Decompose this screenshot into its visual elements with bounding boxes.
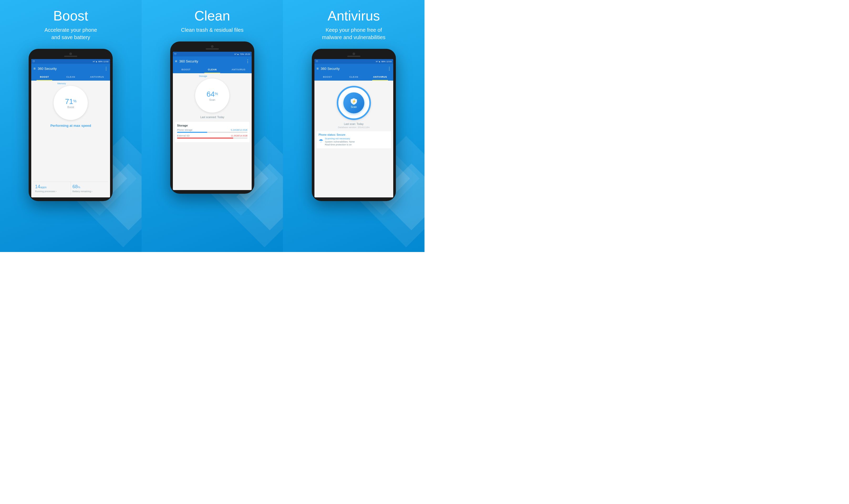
hamburger-icon-3[interactable]: ≡: [316, 67, 319, 71]
realtime-info: Real-time protection is on: [325, 143, 389, 146]
shield-status-icon-2: 🛡: [174, 53, 176, 55]
more-options-icon-2[interactable]: ⋮: [246, 59, 249, 64]
phone-speaker-3: [347, 56, 360, 57]
clean-circle: Storage: [195, 78, 229, 113]
running-label: Running processes ›: [35, 190, 69, 193]
antivirus-screen: 🛡 H⁺▲ 68% 12:03 ≡ 360 Security ⋮ BOOST C…: [314, 59, 393, 197]
clean-title: Clean: [194, 8, 230, 24]
shield-status-icon-3: 🛡: [316, 60, 318, 63]
phone-speaker-2: [206, 48, 219, 50]
tab-boost-3[interactable]: BOOST: [314, 73, 341, 80]
boost-phone: 🛡 H⁺▲ 68% 12:02 ≡ 360 Security ⋮ BOOST C…: [29, 49, 113, 201]
more-options-icon-3[interactable]: ⋮: [387, 66, 391, 71]
status-bar-3: 🛡 H⁺▲ 68% 12:03: [314, 59, 393, 64]
app-bar-2: ≡ 360 Security ⋮: [173, 56, 252, 66]
status-row: ☂ Scanning not necessary System vulnerab…: [319, 137, 389, 146]
phone-status-title: Phone status: Secure: [319, 133, 389, 136]
tab-boost[interactable]: BOOST: [31, 73, 57, 80]
external-storage-row: External SD 11.8GB/14.6GB: [177, 134, 247, 137]
shield-status-icon: 🛡: [33, 60, 35, 63]
svg-text:⚡: ⚡: [351, 99, 356, 104]
external-storage-bar: [177, 138, 247, 139]
scan-button-outer: ⚡ Scan: [337, 86, 371, 120]
phone-storage-item: Phone storage 5.24GB/12.0GB: [177, 129, 247, 133]
clean-sub-label: Scan: [209, 98, 215, 101]
boost-circle: Memory 71% Boost: [54, 86, 88, 120]
tabs-2: BOOST CLEAN ANTIVIRUS: [173, 66, 252, 73]
app-title: 360 Security: [38, 67, 102, 71]
tabs: BOOST CLEAN ANTIVIRUS: [31, 73, 110, 80]
clean-content: Storage: [173, 73, 252, 190]
boost-content: Memory 71% Boost Perform: [31, 80, 110, 197]
hamburger-icon[interactable]: ≡: [33, 67, 35, 71]
antivirus-content: ⚡ Scan Last scan: Today Database version…: [314, 80, 393, 197]
running-processes-stat[interactable]: 14apps Running processes ›: [33, 182, 71, 195]
clean-phone: 🛡 H⁺▲ 73% 15:23 ≡ 360 Security ⋮ BOOST C…: [170, 41, 254, 194]
external-storage-item: External SD 11.8GB/14.6GB: [177, 134, 247, 139]
antivirus-phone: 🛡 H⁺▲ 68% 12:03 ≡ 360 Security ⋮ BOOST C…: [312, 49, 396, 201]
status-bar: 🛡 H⁺▲ 68% 12:02: [31, 59, 110, 64]
phone-camera-3: [352, 53, 355, 55]
phone-storage-label: Phone storage: [177, 129, 193, 131]
tab-antivirus-2[interactable]: ANTIVIRUS: [225, 66, 252, 73]
boost-stats: 14apps Running processes › 68% Battery r…: [33, 182, 108, 195]
storage-title: Storage: [177, 124, 247, 127]
status-left-2: 🛡: [174, 53, 176, 55]
app-bar-3: ≡ 360 Security ⋮: [314, 64, 393, 73]
time-text: 12:02: [103, 60, 108, 63]
clean-panel: Clean Clean trash & residual files 🛡 H⁺▲…: [142, 0, 283, 252]
battery-text: 68%: [98, 60, 102, 63]
tab-clean-3[interactable]: CLEAN: [341, 73, 367, 80]
tab-boost-2[interactable]: BOOST: [173, 66, 199, 73]
status-right-3: H⁺▲ 68% 12:03: [376, 60, 392, 63]
tab-antivirus[interactable]: ANTIVIRUS: [84, 73, 110, 80]
external-storage-label: External SD: [177, 134, 190, 137]
signal-icon-3: H⁺▲: [376, 60, 381, 63]
db-version: Database version: 20141118A: [338, 126, 369, 129]
phone-status-section: Phone status: Secure ☂ Scanning not nece…: [316, 131, 391, 148]
memory-label: Memory: [57, 82, 66, 85]
clean-screen: 🛡 H⁺▲ 73% 15:23 ≡ 360 Security ⋮ BOOST C…: [173, 52, 252, 190]
battery-text-2: 73%: [240, 53, 244, 55]
phone-storage-bar: [177, 132, 247, 133]
boost-status: Performing at max speed: [50, 124, 91, 128]
battery-text-3: 68%: [381, 60, 386, 63]
battery-pct: 68%: [72, 184, 107, 190]
scan-label: Scan: [351, 106, 357, 108]
tab-antivirus-3[interactable]: ANTIVIRUS: [367, 73, 393, 80]
boost-subtitle: Accelerate your phoneand save battery: [45, 26, 97, 41]
last-scan: Last scan: Today: [344, 123, 364, 125]
boost-sub-label: Boost: [68, 106, 74, 109]
scan-button-container[interactable]: ⚡ Scan: [337, 86, 371, 120]
external-storage-value: 11.8GB/14.6GB: [231, 134, 247, 137]
tab-clean[interactable]: CLEAN: [57, 73, 84, 80]
status-details: Scanning not necessary System vulnerabil…: [325, 137, 389, 146]
vulnerabilities-info: System vulnerabilities: None: [325, 141, 389, 143]
shield-bolt-icon: ⚡: [350, 98, 358, 105]
app-bar: ≡ 360 Security ⋮: [31, 64, 110, 73]
antivirus-panel: Antivirus Keep your phone free ofmalware…: [283, 0, 424, 252]
battery-stat[interactable]: 68% Battery remaining ›: [71, 182, 108, 195]
signal-icon-2: H⁺▲: [234, 53, 239, 55]
clean-percentage: 64%: [206, 90, 218, 98]
antivirus-title: Antivirus: [328, 8, 380, 24]
tabs-3: BOOST CLEAN ANTIVIRUS: [314, 73, 393, 80]
status-bar-2: 🛡 H⁺▲ 73% 15:23: [173, 52, 252, 56]
boost-percentage: 71%: [65, 97, 77, 106]
clean-value-container: 64% Scan: [195, 78, 229, 113]
antivirus-subtitle: Keep your phone free ofmalware and vulne…: [322, 26, 385, 41]
app-title-2: 360 Security: [179, 59, 243, 63]
tab-clean-2[interactable]: CLEAN: [199, 66, 225, 73]
scanning-status[interactable]: Scanning not necessary: [325, 137, 389, 140]
status-right-2: H⁺▲ 73% 15:23: [234, 53, 250, 55]
hamburger-icon-2[interactable]: ≡: [175, 59, 177, 63]
boost-screen: 🛡 H⁺▲ 68% 12:02 ≡ 360 Security ⋮ BOOST C…: [31, 59, 110, 197]
storage-section: Storage Phone storage 5.24GB/12.0GB Exte…: [175, 122, 249, 142]
status-right: H⁺▲ 68% 12:02: [93, 60, 109, 63]
more-options-icon[interactable]: ⋮: [104, 66, 108, 71]
signal-icon: H⁺▲: [93, 60, 98, 63]
clean-subtitle: Clean trash & residual files: [181, 26, 243, 34]
scan-button-inner: ⚡ Scan: [343, 92, 364, 113]
last-scanned: Last scanned: Today: [200, 116, 224, 119]
boost-panel: Boost Accelerate your phoneand save batt…: [0, 0, 142, 252]
